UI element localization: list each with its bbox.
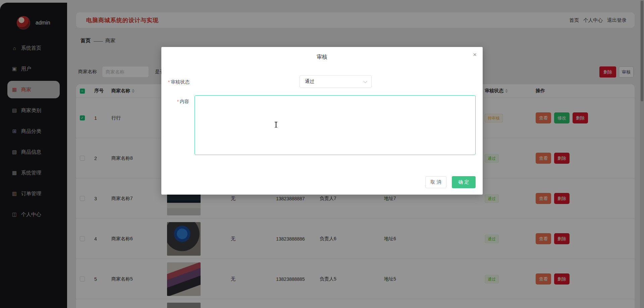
content-textarea[interactable]: [195, 95, 476, 155]
audit-status-label: *审核状态: [168, 79, 190, 85]
audit-status-select[interactable]: 通过: [300, 75, 372, 88]
audit-modal: 审核 × *审核状态 通过 *内容 取 消 确 定: [161, 47, 483, 195]
content-label: *内容: [177, 99, 189, 105]
chevron-down-icon: [363, 79, 367, 83]
confirm-button[interactable]: 确 定: [452, 176, 476, 188]
close-icon[interactable]: ×: [473, 51, 477, 58]
text-cursor: [274, 122, 278, 127]
select-value: 通过: [305, 79, 314, 85]
cancel-button[interactable]: 取 消: [425, 176, 446, 188]
required-mark: *: [177, 99, 179, 104]
modal-title: 审核: [161, 54, 483, 61]
required-mark: *: [168, 80, 170, 85]
